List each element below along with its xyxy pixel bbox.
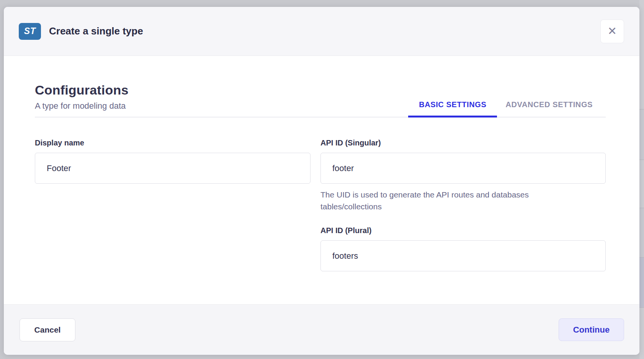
display-name-field: Display name	[35, 139, 311, 271]
tab-advanced-settings[interactable]: ADVANCED SETTINGS	[505, 100, 593, 117]
api-id-singular-field: API ID (Singular) The UID is used to gen…	[320, 139, 606, 212]
backdrop-segment	[639, 160, 644, 208]
api-id-singular-input[interactable]	[320, 153, 606, 184]
backdrop-segment	[639, 257, 644, 308]
api-id-plural-field: API ID (Plural)	[320, 226, 606, 271]
backdrop-segment	[639, 208, 644, 258]
api-id-column: API ID (Singular) The UID is used to gen…	[320, 139, 606, 271]
modal-footer: Cancel Continue	[4, 304, 639, 355]
backdrop-segment	[639, 109, 644, 160]
continue-button[interactable]: Continue	[559, 318, 624, 341]
single-type-badge-icon: ST	[19, 23, 41, 40]
display-name-input[interactable]	[35, 153, 311, 184]
cancel-button[interactable]: Cancel	[20, 318, 75, 341]
api-id-plural-label: API ID (Plural)	[320, 226, 606, 235]
api-id-plural-input[interactable]	[320, 240, 606, 271]
section-titles: Configurations A type for modeling data	[35, 83, 129, 117]
close-icon: ✕	[608, 26, 617, 37]
display-name-label: Display name	[35, 139, 311, 147]
modal-title: Create a single type	[49, 25, 143, 37]
tab-basic-settings[interactable]: BASIC SETTINGS	[419, 100, 486, 117]
backdrop-right-strip	[639, 0, 644, 359]
backdrop-segment	[639, 307, 644, 359]
close-button[interactable]: ✕	[600, 20, 624, 43]
api-id-singular-label: API ID (Singular)	[320, 139, 606, 147]
section-subtitle: A type for modeling data	[35, 101, 129, 111]
configuration-form: Display name API ID (Singular) The UID i…	[35, 117, 606, 271]
section-title: Configurations	[35, 83, 129, 98]
api-id-hint-text: The UID is used to generate the API rout…	[320, 189, 585, 212]
settings-tabs: BASIC SETTINGS ADVANCED SETTINGS	[400, 100, 606, 117]
modal-body: Configurations A type for modeling data …	[4, 56, 639, 304]
section-header: Configurations A type for modeling data …	[35, 56, 606, 117]
backdrop-segment	[639, 0, 644, 109]
modal-header: ST Create a single type ✕	[4, 7, 639, 56]
create-single-type-modal: ST Create a single type ✕ Configurations…	[4, 7, 639, 355]
